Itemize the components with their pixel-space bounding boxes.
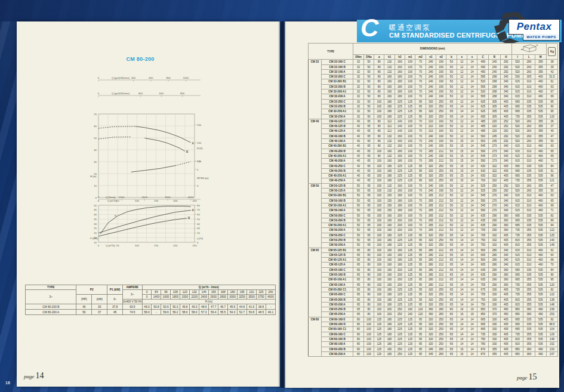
dimension-cell: 250: [395, 351, 405, 356]
dimension-cell: 65: [446, 273, 457, 277]
dimension-cell: 750: [477, 237, 489, 242]
dimension-cell: 65: [446, 99, 457, 104]
pump-type-cell: CM 32-160 C: [321, 60, 353, 64]
dimension-cell: 590: [477, 198, 489, 203]
head-cell: 50.3: [171, 304, 180, 310]
dimension-cell: 265: [426, 223, 436, 228]
dimension-cell: 535: [535, 317, 546, 322]
pump-type-cell: CM 50-125 A: [321, 189, 353, 193]
dimension-cell: 247: [546, 351, 557, 356]
dimension-cell: 14: [467, 60, 477, 64]
dimension-cell: 70: [415, 94, 426, 99]
dimension-cell: 12: [457, 60, 467, 64]
dimension-cell: 100: [405, 203, 415, 208]
dimension-cell: 14: [467, 302, 477, 307]
dimension-cell: 190: [436, 79, 446, 84]
dimension-cell: 71: [546, 208, 557, 213]
kw-cell: 37: [92, 310, 107, 315]
pump-type-cell: CM 80-200 A: [321, 351, 353, 356]
dimension-cell: 65: [446, 263, 457, 267]
dimension-cell: 125: [405, 163, 415, 168]
dimension-cell: 292: [500, 60, 511, 64]
dimension-cell: 14: [457, 263, 467, 267]
dimension-cell: 615: [511, 94, 523, 99]
dimension-cell: 14: [467, 119, 477, 124]
pump-type-cell: CM 50-200 A: [321, 228, 353, 233]
dimension-cell: 460: [535, 89, 546, 94]
dimension-cell: 14: [467, 213, 477, 218]
dimension-cell: 100: [405, 213, 415, 218]
dimension-cell: 535: [535, 277, 546, 282]
dimension-cell: 40: [353, 178, 363, 183]
dimension-cell: 40: [353, 174, 363, 178]
dimension-cell: 535: [535, 267, 546, 272]
dimension-cell: 14: [457, 322, 467, 327]
dimension-cell: 160: [405, 307, 415, 312]
dimension-cell: 780: [477, 337, 489, 341]
dimension-cell: 190: [436, 75, 446, 79]
dimension-cell: 212: [436, 267, 446, 272]
dimension-cell: 180: [384, 109, 395, 114]
axis-label: B: [188, 217, 190, 220]
q-lmin-cell: 2200: [190, 295, 199, 300]
dimension-cell: 615: [511, 263, 523, 267]
dimension-cell: 100: [363, 317, 374, 322]
dimension-cell: 270: [489, 198, 500, 203]
dimension-cell: 100: [374, 233, 384, 237]
dimension-cell: 14: [467, 282, 477, 287]
dimension-cell: 735: [511, 178, 523, 183]
table-row: CM 50CM 50-125 B506510013216010070240190…: [309, 183, 558, 188]
dimension-cell: 265: [426, 228, 436, 233]
axis-label: P [kW]: [90, 237, 98, 240]
axis-label: 10: [94, 241, 97, 244]
dimension-cell: 65: [363, 198, 374, 203]
dimension-cell: 80: [374, 129, 384, 134]
dimension-cell: 14: [467, 69, 477, 74]
dimension-cell: 50: [363, 104, 374, 109]
head-cell: 54.3: [228, 310, 238, 315]
dimension-cell: 705: [477, 228, 489, 233]
dimension-cell: 615: [511, 203, 523, 208]
pump-type-cell: CM 50-200 B: [321, 218, 353, 223]
dimension-cell: 70: [415, 208, 426, 213]
dimension-cell: 212: [436, 223, 446, 228]
pump-type-cell: CM 65-250 A: [321, 312, 353, 317]
dimension-cell: 200: [395, 267, 405, 272]
dimension-cell: 355: [523, 277, 535, 282]
table-row: CM 65-125 B65801001601801259528021265141…: [309, 252, 558, 257]
column-header: DNm: [353, 55, 363, 60]
dimension-cell: 65: [363, 124, 374, 129]
dimension-cell: 14: [467, 351, 477, 356]
dimension-cell: 132: [384, 64, 395, 69]
dimension-cell: 95: [415, 237, 426, 242]
dimension-cell: 125: [405, 168, 415, 173]
dimension-cell: 535: [535, 237, 546, 242]
table-row: CM 32-200 A32508016018010070240190501214…: [309, 94, 558, 99]
dimension-cell: 250: [489, 189, 500, 193]
dimension-cell: 70: [415, 183, 426, 188]
dimension-cell: 815: [511, 342, 523, 347]
dimension-cell: 535: [535, 104, 546, 109]
dimension-cell: 160: [395, 139, 405, 144]
dimension-cell: 405: [500, 351, 511, 356]
dimension-cell: 270: [489, 193, 500, 198]
axis-label: B: [186, 150, 189, 153]
dimension-cell: 89: [546, 218, 557, 223]
dimension-cell: 335: [523, 273, 535, 277]
dimension-cell: 70: [415, 84, 426, 89]
dimension-cell: 100: [405, 139, 415, 144]
dimension-cell: 104: [546, 327, 557, 332]
dimension-cell: 14: [467, 263, 477, 267]
dimension-cell: 460: [535, 144, 546, 149]
dimension-cell: 345: [426, 351, 436, 356]
dimension-cell: 65: [446, 292, 457, 297]
dimension-cell: 268: [489, 84, 500, 89]
dimension-cell: 355: [523, 342, 535, 347]
dimension-cell: 14: [467, 129, 477, 134]
dimension-cell: 132: [384, 69, 395, 74]
dimension-cell: 735: [511, 114, 523, 119]
dimension-cell: 14: [467, 94, 477, 99]
dimension-cell: 210: [426, 119, 436, 124]
dimension-cell: 233: [546, 347, 557, 351]
dimension-cell: 70: [415, 213, 426, 218]
